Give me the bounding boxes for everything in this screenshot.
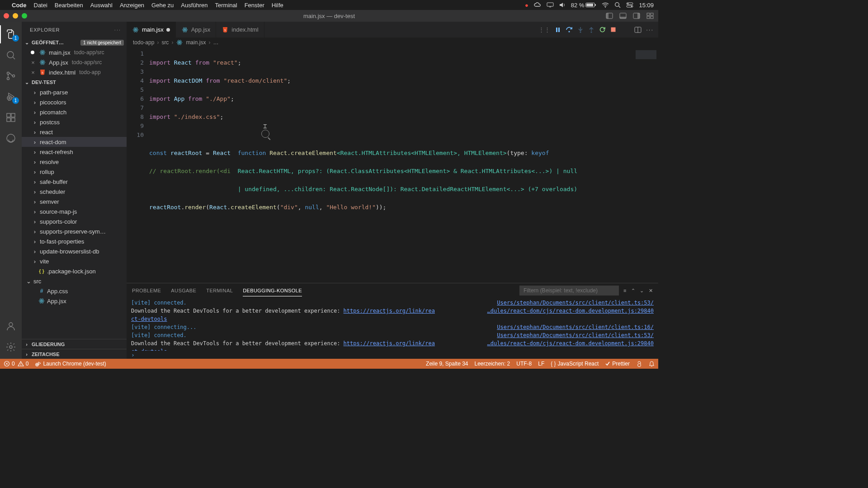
status-control-center-icon[interactable] [626,2,633,8]
panel-tab-debug-console[interactable]: DEBUGGING-KONSOLE [243,285,302,296]
layout-sidebar-left-icon[interactable] [605,12,614,20]
code-content[interactable]: import React from "react"; import ReactD… [149,47,577,283]
debug-step-into-icon[interactable] [577,27,584,33]
panel-tab-problems[interactable]: PROBLEME [132,285,161,296]
status-errors[interactable]: 0 [4,361,15,367]
tree-folder[interactable]: ›to-fast-properties [22,236,127,246]
console-source-link[interactable]: …dules/react-dom/cjs/react-dom.developme… [483,339,654,347]
dirty-indicator-icon[interactable] [30,51,36,54]
activity-account[interactable] [0,317,22,335]
menu-selection[interactable]: Auswahl [90,2,113,9]
window-minimize-button[interactable] [13,13,18,19]
editor-more-icon[interactable]: ··· [646,26,654,33]
menu-view[interactable]: Anzeigen [120,2,144,9]
debug-pause-icon[interactable] [555,27,561,33]
editor-tab[interactable]: App.jsx [176,22,217,38]
status-language[interactable]: { } JavaScript React [551,361,599,367]
explorer-more-icon[interactable]: ··· [114,27,121,33]
status-clock[interactable]: 15:09 [639,2,654,9]
menu-edit[interactable]: Bearbeiten [55,2,83,9]
activity-settings[interactable] [0,338,22,356]
tree-folder[interactable]: ›supports-color [22,216,127,226]
open-editors-section[interactable]: ⌄ GEÖFFNET… 1 nicht gespeichert [22,38,127,47]
menu-window[interactable]: Fenster [245,2,264,9]
activity-scm[interactable] [0,67,22,85]
open-editor-item[interactable]: ×5index.htmltodo-app [22,67,127,77]
menu-run[interactable]: Ausführen [181,2,208,9]
tree-folder[interactable]: ⌄src [22,276,127,286]
debug-restart-icon[interactable] [599,26,606,33]
tree-folder[interactable]: ›update-browserslist-db [22,246,127,256]
panel-collapse-icon[interactable]: ⌃ [631,288,635,294]
console-source-link[interactable]: Users/stephan/Documents/src/client/clien… [492,331,654,339]
editor-tab[interactable]: main.jsx [127,22,176,38]
open-editor-item[interactable]: main.jsxtodo-app/src [22,47,127,57]
debug-stop-icon[interactable] [610,27,616,33]
debug-drag-icon[interactable]: ⋮⋮ [538,26,550,33]
status-indentation[interactable]: Leerzeichen: 2 [475,361,510,367]
window-zoom-button[interactable] [22,13,27,19]
editor-tab[interactable]: 5index.html [216,22,264,38]
layout-sidebar-right-icon[interactable] [632,12,641,20]
status-record-icon[interactable]: ● [525,2,528,9]
menu-terminal[interactable]: Terminal [215,2,237,9]
status-warnings[interactable]: 0 [18,361,29,367]
tree-folder[interactable]: ›supports-preserve-sym… [22,226,127,236]
app-name[interactable]: Code [12,2,27,9]
tree-folder[interactable]: ›safe-buffer [22,177,127,187]
tree-folder[interactable]: ›path-parse [22,87,127,97]
status-prettier[interactable]: Prettier [605,361,630,367]
tree-folder[interactable]: ›semver [22,197,127,206]
panel-maximize-icon[interactable]: ⌄ [640,288,644,294]
debug-console-output[interactable]: [vite] connected.Users/stephan/Documents… [127,298,658,351]
menu-goto[interactable]: Gehe zu [151,2,174,9]
tree-folder[interactable]: ›react [22,127,127,137]
outline-section[interactable]: ›GLIEDERUNG [22,339,127,349]
menu-help[interactable]: Hilfe [272,2,283,9]
panel-close-icon[interactable]: ✕ [649,288,653,294]
code-editor[interactable]: 12345678910 import React from "react"; i… [127,47,658,283]
panel-tab-terminal[interactable]: TERMINAL [206,285,233,296]
panel-filter-icon[interactable]: ≡ [623,288,627,293]
status-battery[interactable]: 82 % [571,2,597,9]
split-editor-icon[interactable] [634,27,642,33]
status-search-icon[interactable] [614,2,621,8]
menu-file[interactable]: Datei [34,2,47,9]
status-feedback-icon[interactable] [636,361,642,367]
console-source-link[interactable]: …dules/react-dom/cjs/react-dom.developme… [483,307,654,315]
close-icon[interactable]: × [30,69,36,76]
status-bell-icon[interactable] [649,361,655,367]
activity-search[interactable] [0,46,22,64]
timeline-section[interactable]: ›ZEITACHSE [22,349,127,359]
activity-liveshare[interactable] [0,129,22,147]
activity-debug[interactable]: 1 [0,88,22,106]
breadcrumbs[interactable]: todo-app› src› main.jsx› … [127,38,658,47]
status-encoding[interactable]: UTF-8 [516,361,532,367]
layout-panel-icon[interactable] [618,12,627,20]
debug-step-out-icon[interactable] [588,27,594,33]
tree-folder[interactable]: ›react-dom [22,137,127,147]
window-close-button[interactable] [4,13,9,19]
status-display-icon[interactable] [547,2,554,8]
status-cursor-position[interactable]: Zeile 9, Spalte 34 [426,361,468,367]
console-source-link[interactable]: Users/stephan/Documents/src/client/clien… [492,323,654,331]
status-sound-icon[interactable] [559,2,566,8]
status-launch-config[interactable]: Launch Chrome (dev-test) [35,361,106,367]
status-wifi-icon[interactable] [602,2,609,8]
tree-file[interactable]: { }.package-lock.json [22,266,127,276]
close-icon[interactable]: × [30,59,36,66]
console-source-link[interactable]: Users/stephan/Documents/src/client/clien… [492,299,654,307]
tree-folder[interactable]: ›picomatch [22,107,127,117]
debug-console-input[interactable]: › [127,351,658,359]
layout-customize-icon[interactable] [646,12,655,20]
tree-folder[interactable]: ›react-refresh [22,147,127,157]
activity-explorer[interactable]: 1 [0,25,22,43]
tree-folder[interactable]: ›picocolors [22,97,127,107]
panel-filter-input[interactable] [519,286,619,296]
status-cloud-icon[interactable] [534,2,541,8]
tree-folder[interactable]: ›rollup [22,167,127,177]
minimap[interactable] [627,47,658,283]
tree-folder[interactable]: ›source-map-js [22,206,127,216]
tree-folder[interactable]: ›scheduler [22,187,127,197]
tree-file[interactable]: #App.css [22,286,127,296]
